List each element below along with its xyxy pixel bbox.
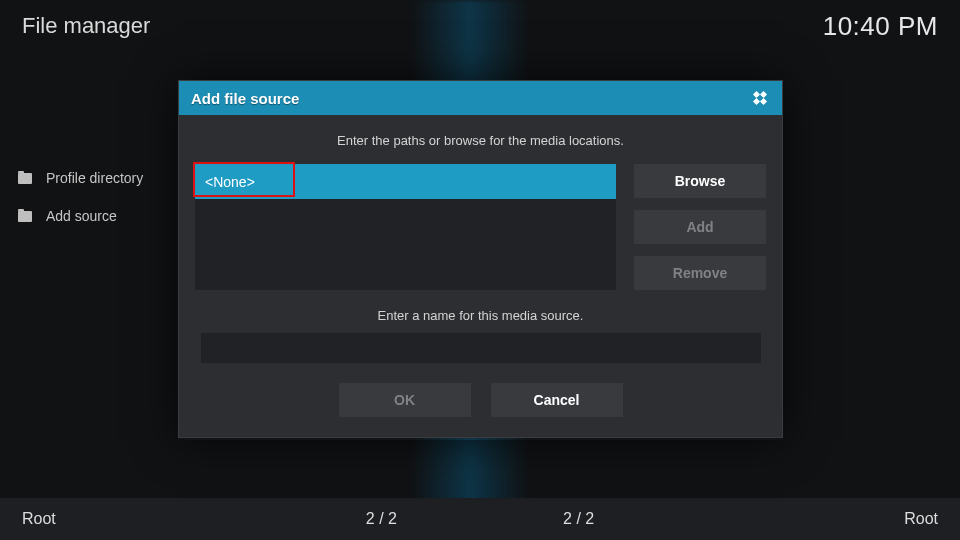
page-title: File manager [22,13,150,39]
sidebar-item-profile-directory[interactable]: Profile directory [18,170,143,186]
status-right-label: Root [904,510,938,528]
dialog-titlebar: Add file source [179,81,782,115]
paths-row: <None> Browse Add Remove [195,164,766,290]
paths-list[interactable]: <None> [195,164,616,290]
add-file-source-dialog: Add file source Enter the paths or brows… [178,80,783,438]
status-bar: Root 2 / 2 2 / 2 Root [0,498,960,540]
kodi-logo-icon [750,88,770,108]
path-value: <None> [205,174,255,190]
sidebar: Profile directory Add source [18,170,143,224]
source-name-input[interactable] [201,333,761,363]
svg-rect-1 [753,98,760,105]
path-buttons: Browse Add Remove [634,164,766,290]
header: File manager 10:40 PM [0,0,960,52]
dialog-title: Add file source [191,90,299,107]
browse-button[interactable]: Browse [634,164,766,198]
status-left-count: 2 / 2 [366,510,397,528]
status-left-label: Root [22,510,56,528]
path-entry[interactable]: <None> [195,164,616,199]
dialog-actions: OK Cancel [195,383,766,417]
cancel-button[interactable]: Cancel [491,383,623,417]
remove-button[interactable]: Remove [634,256,766,290]
add-button[interactable]: Add [634,210,766,244]
sidebar-item-label: Add source [46,208,117,224]
app-root: File manager 10:40 PM Profile directory … [0,0,960,540]
status-right-count: 2 / 2 [563,510,594,528]
name-hint: Enter a name for this media source. [195,308,766,323]
sidebar-item-add-source[interactable]: Add source [18,208,143,224]
folder-icon [18,211,32,222]
dialog-body: Enter the paths or browse for the media … [179,115,782,437]
svg-rect-2 [753,91,760,98]
sidebar-item-label: Profile directory [46,170,143,186]
svg-rect-3 [760,98,767,105]
ok-button[interactable]: OK [339,383,471,417]
svg-rect-0 [760,91,767,98]
folder-icon [18,173,32,184]
clock: 10:40 PM [823,11,938,42]
paths-hint: Enter the paths or browse for the media … [195,133,766,148]
